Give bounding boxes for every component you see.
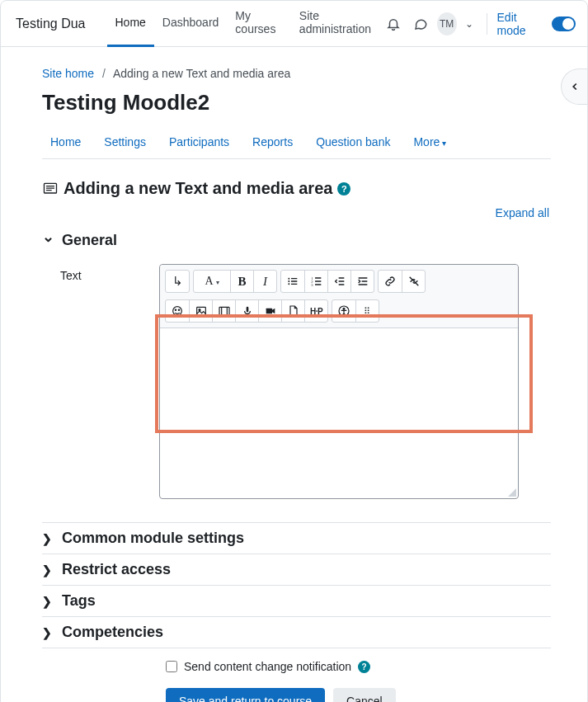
tb-emoji[interactable] (166, 300, 189, 322)
editor-content-area[interactable] (160, 328, 518, 498)
section-common-toggle[interactable]: Common module settings (42, 523, 551, 554)
tb-paragraph-style[interactable]: A (194, 271, 230, 292)
svg-point-5 (288, 280, 289, 282)
page-title: Testing Moodle2 (42, 90, 551, 115)
breadcrumb-sep: / (102, 67, 106, 80)
site-brand[interactable]: Testing Dua (16, 16, 86, 31)
save-button[interactable]: Save and return to course (166, 688, 325, 702)
secnav-reports[interactable]: Reports (252, 135, 293, 148)
section-competencies-toggle[interactable]: Competencies (42, 617, 551, 648)
svg-rect-28 (219, 307, 229, 314)
help-icon[interactable]: ? (358, 661, 370, 673)
tb-screenreader-helper[interactable]: ⠿ (355, 300, 379, 322)
edit-mode-toggle[interactable] (552, 16, 576, 31)
chevron-right-icon (42, 563, 54, 577)
notification-label: Send content change notification (184, 660, 351, 673)
chevron-right-icon (42, 532, 54, 545)
tb-link[interactable] (379, 271, 402, 292)
tb-unlink[interactable] (402, 271, 425, 292)
svg-point-25 (178, 309, 179, 310)
secnav-participants[interactable]: Participants (169, 135, 229, 148)
svg-text:3: 3 (311, 283, 313, 287)
section-tags-label: Tags (62, 592, 96, 610)
editor-toolbar: ↳ A B I 123 (160, 265, 518, 328)
activity-icon (42, 181, 59, 197)
notification-checkbox[interactable] (166, 661, 177, 672)
svg-point-24 (175, 309, 176, 310)
chevron-right-icon (42, 626, 54, 639)
tb-record-audio[interactable] (235, 300, 258, 322)
tb-media[interactable] (212, 300, 235, 322)
secnav-question-bank[interactable]: Question bank (316, 135, 390, 148)
chevron-right-icon (42, 595, 54, 608)
form-heading-text: Adding a new Text and media area (64, 179, 332, 198)
breadcrumb: Site home / Adding a new Text and media … (42, 67, 551, 80)
svg-rect-26 (196, 307, 205, 314)
breadcrumb-current: Adding a new Text and media area (113, 67, 290, 80)
edit-mode-label: Edit mode (497, 11, 542, 37)
section-common-label: Common module settings (62, 530, 244, 547)
svg-point-35 (343, 308, 345, 309)
section-restrict-toggle[interactable]: Restrict access (42, 554, 551, 585)
expand-all-link[interactable]: Expand all (496, 206, 549, 219)
nav-site-admin[interactable]: Site administration (291, 1, 384, 47)
tb-italic[interactable]: I (253, 271, 276, 292)
tb-record-video[interactable] (258, 300, 281, 322)
breadcrumb-site-home[interactable]: Site home (42, 67, 94, 80)
tb-accessibility-checker[interactable] (332, 300, 355, 322)
section-tags-toggle[interactable]: Tags (42, 586, 551, 616)
section-general-label: General (62, 232, 117, 249)
svg-point-4 (288, 278, 289, 280)
text-editor: ↳ A B I 123 (159, 264, 519, 499)
nav-home[interactable]: Home (107, 1, 154, 47)
secnav-settings[interactable]: Settings (104, 135, 146, 148)
section-general-toggle[interactable]: General (42, 224, 551, 256)
section-restrict-label: Restrict access (62, 561, 171, 578)
resize-handle[interactable] (506, 487, 516, 497)
nav-dashboard[interactable]: Dashboard (154, 1, 228, 47)
tb-bullet-list[interactable] (281, 271, 304, 292)
nav-my-courses[interactable]: My courses (227, 1, 291, 47)
tb-toggle-toolbar[interactable]: ↳ (166, 271, 189, 292)
cancel-button[interactable]: Cancel (333, 688, 396, 702)
messages-icon[interactable] (410, 12, 430, 35)
avatar[interactable]: TM (437, 12, 457, 35)
svg-rect-33 (266, 309, 271, 314)
svg-point-6 (288, 283, 289, 285)
field-text-label: Text (60, 264, 159, 499)
tb-image[interactable] (189, 300, 212, 322)
tb-h5p[interactable]: H∙P (304, 300, 327, 322)
section-competencies-label: Competencies (62, 624, 163, 641)
tb-indent[interactable] (350, 271, 374, 292)
tb-manage-files[interactable] (281, 300, 304, 322)
tb-numbered-list[interactable]: 123 (304, 271, 327, 292)
help-icon[interactable]: ? (337, 182, 350, 196)
primary-nav: Home Dashboard My courses Site administr… (107, 1, 384, 47)
tb-bold[interactable]: B (230, 271, 253, 292)
chevron-down-icon (42, 231, 54, 249)
secondary-nav: Home Settings Participants Reports Quest… (42, 130, 551, 159)
svg-rect-31 (246, 307, 248, 313)
secnav-more[interactable]: More (413, 135, 446, 148)
divider (487, 13, 487, 35)
notifications-icon[interactable] (383, 12, 403, 35)
tb-outdent[interactable] (327, 271, 350, 292)
secnav-home[interactable]: Home (50, 135, 81, 148)
user-menu-toggle[interactable]: ⌄ (463, 18, 475, 30)
